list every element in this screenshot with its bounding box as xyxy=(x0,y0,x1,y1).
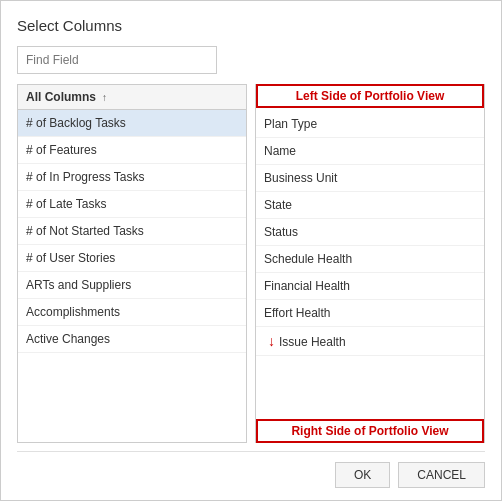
list-item[interactable]: Name xyxy=(256,138,484,165)
list-item[interactable]: Status xyxy=(256,219,484,246)
right-label-bottom: Right Side of Portfolio View xyxy=(256,419,484,443)
list-item[interactable]: Plan Type xyxy=(256,111,484,138)
list-item[interactable]: # of Not Started Tasks xyxy=(18,218,246,245)
select-columns-dialog: Select Columns All Columns ↑ # of Backlo… xyxy=(0,0,502,501)
list-item[interactable]: # of In Progress Tasks xyxy=(18,164,246,191)
all-columns-label: All Columns xyxy=(26,90,96,104)
list-item[interactable]: # of Late Tasks xyxy=(18,191,246,218)
right-column-list[interactable]: Plan TypeNameBusiness UnitStateStatusSch… xyxy=(256,111,484,416)
right-panel: Left Side of Portfolio View Plan TypeNam… xyxy=(255,84,485,443)
list-item[interactable]: Active Changes xyxy=(18,326,246,353)
list-item[interactable]: # of Backlog Tasks xyxy=(18,110,246,137)
left-column-list[interactable]: # of Backlog Tasks# of Features# of In P… xyxy=(18,110,246,442)
list-item[interactable]: ARTs and Suppliers xyxy=(18,272,246,299)
list-item[interactable]: Effort Health xyxy=(256,300,484,327)
list-item[interactable]: ↓ Issue Health xyxy=(256,327,484,356)
dialog-footer: OK CANCEL xyxy=(17,451,485,488)
cancel-button[interactable]: CANCEL xyxy=(398,462,485,488)
left-panel: All Columns ↑ # of Backlog Tasks# of Fea… xyxy=(17,84,247,443)
left-panel-header: All Columns ↑ xyxy=(18,85,246,110)
list-item[interactable]: # of Features xyxy=(18,137,246,164)
ok-button[interactable]: OK xyxy=(335,462,390,488)
dialog-title: Select Columns xyxy=(17,17,485,34)
list-item[interactable]: Accomplishments xyxy=(18,299,246,326)
list-item[interactable]: Business Unit xyxy=(256,165,484,192)
sort-icon: ↑ xyxy=(102,92,107,103)
list-item[interactable]: # of User Stories xyxy=(18,245,246,272)
right-label-top: Left Side of Portfolio View xyxy=(256,84,484,108)
list-item[interactable]: Financial Health xyxy=(256,273,484,300)
search-input[interactable] xyxy=(17,46,217,74)
columns-area: All Columns ↑ # of Backlog Tasks# of Fea… xyxy=(17,84,485,443)
list-item[interactable]: Schedule Health xyxy=(256,246,484,273)
list-item[interactable]: State xyxy=(256,192,484,219)
